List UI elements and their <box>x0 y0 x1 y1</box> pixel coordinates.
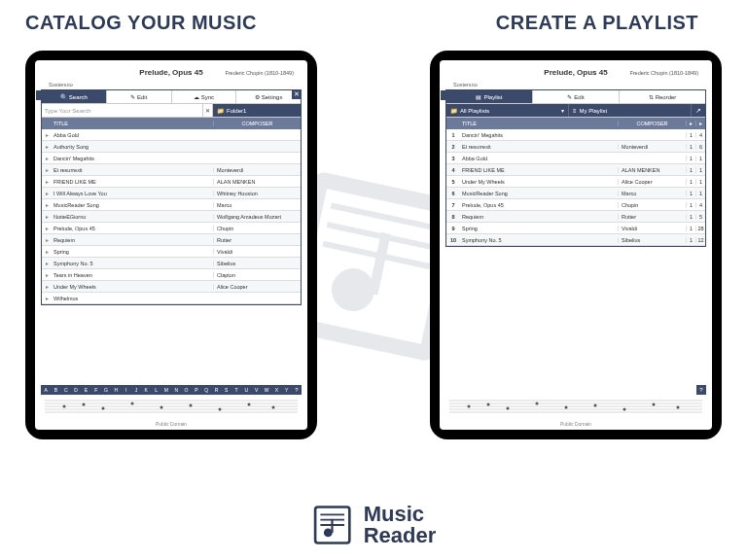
all-playlists-dropdown[interactable]: 📁All Playlists▾ <box>446 104 569 117</box>
table-row[interactable]: ▸Wilhelmus <box>42 293 301 304</box>
folder-dropdown[interactable]: 📁Folder1 <box>213 104 301 117</box>
table-row[interactable]: ▸Authority Song <box>42 141 301 153</box>
expand-icon[interactable]: ▸ <box>42 191 52 196</box>
alpha-O[interactable]: O <box>181 385 191 395</box>
table-row[interactable]: ▸Prelude, Opus 45Chopin <box>42 223 301 234</box>
table-row[interactable]: ▸Tears in HeavenClapton <box>42 269 301 281</box>
expand-icon[interactable]: ▸ <box>42 237 52 243</box>
table-row[interactable]: ▸FRIEND LIKE MEALAN MENKEN <box>42 176 301 188</box>
alpha-I[interactable]: I <box>122 385 131 395</box>
clear-icon[interactable]: ✕ <box>203 104 213 117</box>
table-row[interactable]: ▸Dancin' Megahits <box>42 153 301 164</box>
table-row[interactable]: 9SpringVivaldi128 <box>446 223 705 234</box>
alpha-P[interactable]: P <box>192 385 201 395</box>
row-title: Dancin' Megahits <box>52 156 213 161</box>
table-row[interactable]: 3Abba Gold11 <box>446 153 705 164</box>
expand-icon[interactable]: ▸ <box>42 156 52 161</box>
alpha-C[interactable]: C <box>61 385 71 395</box>
table-row[interactable]: ▸Symphony No. 5Sibelius <box>42 258 301 269</box>
row-b: 6 <box>695 144 705 150</box>
col-composer[interactable]: COMPOSER <box>618 121 686 126</box>
tab-sync[interactable]: ☁Sync <box>172 90 237 103</box>
search-input[interactable]: Type Your Search <box>42 104 203 117</box>
col-b[interactable]: ▸ <box>695 121 705 126</box>
table-row[interactable]: 1Dancin' Megahits14 <box>446 129 705 141</box>
table-row[interactable]: 10Symphony No. 5Sibelius112 <box>446 234 705 246</box>
table-row[interactable]: ▸I Will Always Love YouWhitney Houston <box>42 188 301 199</box>
alpha-S[interactable]: S <box>222 385 231 395</box>
my-playlist-label: My Playlist <box>580 108 608 114</box>
my-playlist-dropdown[interactable]: ≡My Playlist <box>569 104 692 117</box>
close-icon[interactable]: ✕ <box>292 89 302 99</box>
table-row[interactable]: ▸RequiemRutter <box>42 234 301 246</box>
alpha-W[interactable]: W <box>262 385 271 395</box>
alpha-R[interactable]: R <box>211 385 221 395</box>
alpha-F[interactable]: F <box>91 385 101 395</box>
tab-search[interactable]: 🔍Search <box>42 90 107 103</box>
tab-playlist[interactable]: ▤Playlist <box>446 90 533 103</box>
table-row[interactable]: 4FRIEND LIKE MEALAN MENKEN11 <box>446 164 705 176</box>
alpha-M[interactable]: M <box>161 385 171 395</box>
col-composer[interactable]: COMPOSER <box>213 121 301 126</box>
expand-icon[interactable]: ▸ <box>42 284 52 290</box>
svg-point-34 <box>677 406 680 409</box>
grip-icon[interactable] <box>36 90 42 100</box>
gear-icon: ⚙ <box>255 93 260 100</box>
help-icon[interactable]: ? <box>696 385 706 395</box>
alpha-E[interactable]: E <box>81 385 90 395</box>
expand-icon[interactable]: ▸ <box>42 144 52 150</box>
alpha-Y[interactable]: Y <box>282 385 292 395</box>
expand-icon[interactable]: ▸ <box>42 179 52 185</box>
table-row[interactable]: ▸Under My WheelsAlice Cooper <box>42 281 301 293</box>
table-row[interactable]: ▸MusicReader SongMarco <box>42 199 301 211</box>
share-icon[interactable]: ↗ <box>692 104 705 117</box>
expand-icon[interactable]: ▸ <box>42 261 52 266</box>
edit-icon: ✎ <box>567 93 572 100</box>
grip-icon[interactable] <box>441 90 446 100</box>
table-row[interactable]: ▸SpringVivaldi <box>42 246 301 258</box>
table-row[interactable]: 2Et resurrexitMonteverdi16 <box>446 141 705 153</box>
tab-edit[interactable]: ✎Edit <box>107 90 172 103</box>
tab-reorder[interactable]: ⇅Reorder <box>620 90 705 103</box>
alpha-D[interactable]: D <box>71 385 81 395</box>
alpha-U[interactable]: U <box>241 385 251 395</box>
col-a[interactable]: ▸ <box>686 121 695 126</box>
alpha-L[interactable]: L <box>151 385 160 395</box>
row-composer: Monteverdi <box>618 144 686 150</box>
expand-icon[interactable]: ▸ <box>42 272 52 278</box>
help-icon[interactable]: ? <box>292 385 302 395</box>
table-row[interactable]: ▸Abba Gold <box>42 129 301 141</box>
table-row[interactable]: 6MusicReader SongMarco11 <box>446 188 705 199</box>
row-title: Spring <box>460 226 618 231</box>
tab-edit[interactable]: ✎Edit <box>533 90 620 103</box>
expand-icon[interactable]: ▸ <box>42 132 52 138</box>
expand-icon[interactable]: ▸ <box>42 167 52 173</box>
table-row[interactable]: 5Under My WheelsAlice Cooper11 <box>446 176 705 188</box>
expand-icon[interactable]: ▸ <box>42 202 52 208</box>
expand-icon[interactable]: ▸ <box>42 214 52 220</box>
alpha-A[interactable]: A <box>41 385 51 395</box>
svg-point-19 <box>248 403 251 406</box>
col-title[interactable]: TITLE <box>52 121 213 126</box>
alpha-J[interactable]: J <box>131 385 141 395</box>
alpha-T[interactable]: T <box>231 385 241 395</box>
col-title[interactable]: TITLE <box>460 121 618 126</box>
expand-icon[interactable]: ▸ <box>42 249 52 255</box>
alpha-H[interactable]: H <box>111 385 121 395</box>
expand-icon[interactable]: ▸ <box>42 226 52 231</box>
alpha-Q[interactable]: Q <box>201 385 211 395</box>
alpha-K[interactable]: K <box>141 385 151 395</box>
expand-icon[interactable]: ▸ <box>42 296 52 301</box>
alpha-B[interactable]: B <box>51 385 60 395</box>
table-row[interactable]: 8RequiemRutter15 <box>446 211 705 223</box>
alpha-G[interactable]: G <box>101 385 111 395</box>
table-row[interactable]: 7Prelude, Opus 45Chopin14 <box>446 199 705 211</box>
svg-point-39 <box>324 529 333 538</box>
alpha-X[interactable]: X <box>271 385 281 395</box>
row-a: 1 <box>686 156 695 161</box>
table-row[interactable]: ▸NotteEGiornoWolfgang Amadeus Mozart <box>42 211 301 223</box>
row-title: Requiem <box>52 237 213 243</box>
alpha-N[interactable]: N <box>171 385 181 395</box>
alpha-V[interactable]: V <box>252 385 262 395</box>
table-row[interactable]: ▸Et resurrexitMonteverdi <box>42 164 301 176</box>
